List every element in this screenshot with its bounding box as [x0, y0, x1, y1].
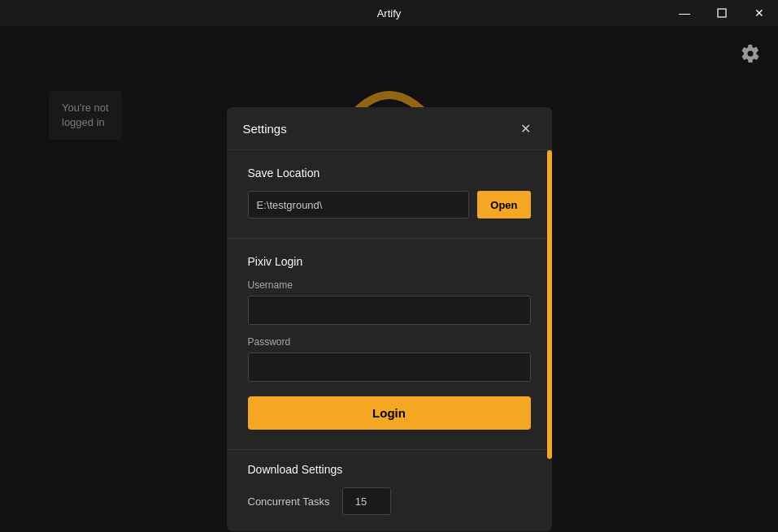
password-input[interactable] [248, 353, 531, 382]
download-settings-title: Download Settings [248, 463, 531, 476]
app-title: Artify [377, 7, 402, 19]
concurrent-tasks-input[interactable] [342, 487, 391, 515]
window-controls: — ✕ [666, 0, 778, 26]
concurrent-tasks-label: Concurrent Tasks [248, 495, 330, 508]
download-settings-section: Download Settings Concurrent Tasks [227, 449, 552, 531]
scroll-thumb[interactable] [547, 150, 552, 459]
save-location-input[interactable] [248, 191, 470, 218]
maximize-icon [717, 8, 727, 18]
save-location-title: Save Location [248, 167, 531, 179]
pixiv-login-section: Pixiv Login Username Password Login [248, 255, 531, 433]
save-location-row: Open [248, 191, 531, 218]
close-button[interactable]: ✕ [741, 0, 778, 26]
modal-body: Save Location Open Pixiv Login Username … [227, 150, 552, 449]
concurrent-tasks-row: Concurrent Tasks [248, 487, 531, 515]
modal-header: Settings ✕ [227, 107, 552, 150]
svg-rect-0 [718, 9, 726, 17]
modal-title: Settings [243, 122, 287, 136]
password-label: Password [248, 336, 531, 348]
login-button[interactable]: Login [248, 396, 531, 430]
pixiv-login-title: Pixiv Login [248, 255, 531, 268]
main-content: You're not logged in Settings ✕ Save Loc… [0, 26, 778, 532]
maximize-button[interactable] [703, 0, 741, 26]
modal-close-button[interactable]: ✕ [516, 119, 536, 138]
settings-modal: Settings ✕ Save Location Open Pixiv Logi… [227, 107, 552, 531]
titlebar: Artify — ✕ [0, 0, 778, 26]
username-input[interactable] [248, 296, 531, 325]
save-location-section: Save Location Open [248, 167, 531, 218]
scroll-track [547, 150, 552, 449]
open-button[interactable]: Open [477, 191, 530, 218]
minimize-button[interactable]: — [666, 0, 703, 26]
separator-1 [227, 238, 552, 239]
username-label: Username [248, 279, 531, 291]
